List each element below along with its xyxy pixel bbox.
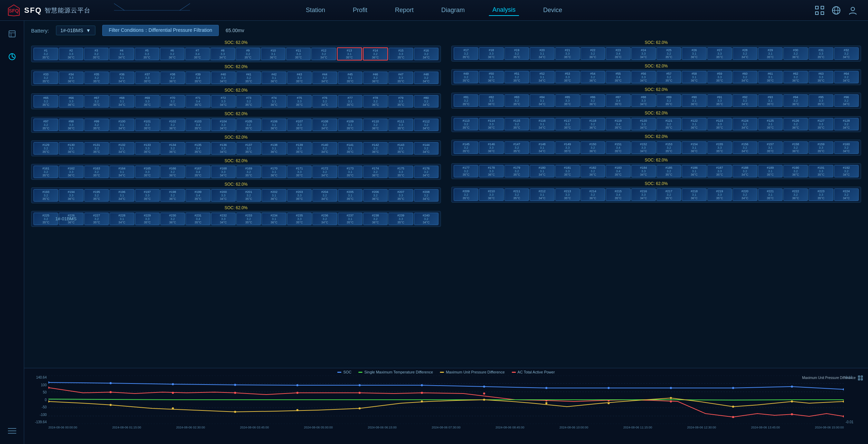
battery-cell[interactable]: #131 3.2 35°C [84, 142, 109, 155]
battery-cell[interactable]: #7 3.4 35°C [185, 48, 210, 60]
nav-profit[interactable]: Profit [349, 5, 371, 16]
battery-cell[interactable]: #166 3.2 36°C [160, 166, 185, 178]
battery-cell[interactable]: #14 3.2 36°C [363, 47, 388, 61]
battery-cell[interactable]: #94 3.2 36°C [783, 94, 808, 107]
battery-cell[interactable]: #82 3.3 36°C [479, 94, 503, 107]
nav-diagram[interactable]: Diagram [438, 5, 468, 16]
battery-cell[interactable]: #108 3.2 34°C [312, 119, 337, 131]
battery-cell[interactable]: #104 3.3 34°C [211, 119, 236, 131]
battery-cell[interactable]: #34 3.3 36°C [59, 72, 83, 84]
battery-cell[interactable]: #149 3.3 35°C [555, 141, 580, 154]
battery-cell[interactable]: #86 3.2 36°C [581, 94, 605, 107]
battery-cell[interactable]: #193 3.2 35°C [34, 189, 58, 202]
battery-cell[interactable]: #164 3.1 34°C [110, 166, 134, 178]
battery-cell[interactable]: #182 3.2 36°C [581, 165, 605, 177]
battery-cell[interactable]: #218 3.1 36°C [682, 188, 706, 201]
battery-cell[interactable]: #236 3.2 34°C [312, 213, 337, 225]
battery-cell[interactable]: #139 3.3 35°C [287, 142, 312, 155]
battery-cell[interactable]: #24 3.3 34°C [631, 47, 656, 60]
battery-cell[interactable]: #45 3.1 35°C [338, 72, 362, 84]
battery-cell[interactable]: #157 3.1 35°C [758, 141, 783, 154]
battery-cell[interactable]: #124 3.2 34°C [733, 118, 757, 130]
battery-cell[interactable]: #177 3.2 35°C [454, 165, 478, 177]
battery-cell[interactable]: #215 3.4 35°C [606, 188, 630, 201]
filter-button[interactable]: Filter Conditions：Differential Pressure … [102, 25, 219, 36]
battery-cell[interactable]: #41 3.2 35°C [236, 72, 261, 84]
battery-cell[interactable]: #203 3.3 35°C [287, 189, 312, 202]
battery-cell[interactable]: #181 3.3 35°C [555, 165, 580, 177]
battery-cell[interactable]: #183 3.4 35°C [606, 165, 630, 177]
battery-cell[interactable]: #105 3.2 35°C [236, 119, 261, 131]
battery-cell[interactable]: #144 3.2 34°C [414, 142, 438, 155]
battery-cell[interactable]: #49 3.2 35°C [454, 71, 478, 83]
battery-cell[interactable]: #228 3.1 34°C [110, 213, 134, 225]
battery-cell[interactable]: #52 3.1 34°C [530, 71, 554, 83]
battery-cell[interactable]: #180 3.1 34°C [530, 165, 554, 177]
battery-cell[interactable]: #8 3.3 34°C [210, 48, 235, 60]
battery-cell[interactable]: #237 3.1 35°C [338, 213, 362, 225]
battery-cell[interactable]: #9 3.2 35°C [236, 48, 260, 60]
battery-cell[interactable]: #186 3.1 36°C [682, 165, 706, 177]
battery-cell[interactable]: #174 3.2 36°C [363, 166, 388, 178]
battery-cell[interactable]: #175 3.3 35°C [388, 166, 413, 178]
battery-cell[interactable]: #239 3.3 35°C [388, 213, 413, 225]
battery-cell[interactable]: #13 3.1 35°C [337, 47, 362, 61]
battery-cell[interactable]: #102 3.2 36°C [160, 119, 185, 131]
battery-cell[interactable]: #72 3.3 34°C [211, 95, 236, 108]
battery-cell[interactable]: #213 3.3 35°C [555, 188, 580, 201]
battery-cell[interactable]: #74 3.1 36°C [262, 95, 286, 108]
battery-cell[interactable]: #120 3.3 34°C [631, 118, 656, 130]
battery-cell[interactable]: #76 3.2 34°C [312, 95, 337, 108]
battery-cell[interactable]: #118 3.2 36°C [581, 118, 605, 130]
battery-cell[interactable]: #152 3.3 34°C [631, 141, 656, 154]
battery-cell[interactable]: #48 3.2 34°C [414, 72, 438, 84]
battery-cell[interactable]: #115 3.2 35°C [504, 118, 529, 130]
battery-cell[interactable]: #140 3.2 34°C [312, 142, 337, 155]
battery-cell[interactable]: #235 3.3 35°C [287, 213, 312, 225]
sidebar-home[interactable] [6, 28, 18, 40]
battery-cell[interactable]: #205 3.1 35°C [338, 189, 362, 202]
battery-cell[interactable]: #125 3.1 35°C [758, 118, 783, 130]
battery-cell[interactable]: #103 3.4 35°C [186, 119, 210, 131]
globe-icon[interactable] [831, 6, 841, 15]
battery-cell[interactable]: #88 3.3 34°C [631, 94, 656, 107]
battery-cell[interactable]: #206 3.2 36°C [363, 189, 388, 202]
battery-cell[interactable]: #12 3.2 34°C [311, 48, 336, 60]
battery-cell[interactable]: #64 3.2 34°C [834, 71, 859, 83]
battery-cell[interactable]: #55 3.4 35°C [606, 71, 630, 83]
battery-cell[interactable]: #62 3.2 36°C [783, 71, 808, 83]
battery-cell[interactable]: #63 3.3 35°C [809, 71, 833, 83]
battery-cell[interactable]: #210 3.3 36°C [479, 188, 503, 201]
battery-cell[interactable]: #111 3.3 35°C [388, 119, 413, 131]
battery-cell[interactable]: #187 3.3 35°C [707, 165, 732, 177]
fullscreen-icon[interactable] [815, 6, 824, 15]
battery-cell[interactable]: #75 3.3 35°C [287, 95, 312, 108]
battery-cell[interactable]: #25 3.2 35°C [657, 47, 681, 60]
battery-cell[interactable]: #122 3.1 36°C [682, 118, 706, 130]
battery-cell[interactable]: #155 3.3 35°C [707, 141, 732, 154]
battery-cell[interactable]: #67 3.2 35°C [84, 95, 109, 108]
battery-cell[interactable]: #162 3.3 36°C [59, 166, 83, 178]
battery-cell[interactable]: #173 3.1 35°C [338, 166, 362, 178]
battery-cell[interactable]: #227 3.2 35°C [84, 213, 109, 225]
battery-cell[interactable]: #127 3.3 35°C [809, 118, 833, 130]
battery-cell[interactable]: #240 3.2 34°C [414, 213, 438, 225]
battery-cell[interactable]: #83 3.2 35°C [504, 94, 529, 107]
battery-cell[interactable]: #209 3.2 35°C [454, 188, 478, 201]
battery-cell[interactable]: #1 3.2 35°C [34, 48, 58, 60]
battery-cell[interactable]: #96 3.2 34°C [834, 94, 859, 107]
battery-cell[interactable]: #70 3.2 36°C [160, 95, 185, 108]
battery-cell[interactable]: #156 3.2 34°C [733, 141, 757, 154]
nav-station[interactable]: Station [302, 5, 329, 16]
battery-cell[interactable]: #138 3.1 36°C [262, 142, 286, 155]
battery-cell[interactable]: #216 3.3 34°C [631, 188, 656, 201]
battery-cell[interactable]: #178 3.3 36°C [479, 165, 503, 177]
battery-cell[interactable]: #200 3.3 34°C [211, 189, 236, 202]
battery-cell[interactable]: #110 3.2 36°C [363, 119, 388, 131]
battery-cell[interactable]: #46 3.2 36°C [363, 72, 388, 84]
battery-cell[interactable]: #97 3.2 35°C [34, 119, 58, 131]
battery-cell[interactable]: #37 3.3 35°C [135, 72, 160, 84]
battery-cell[interactable]: #59 3.3 35°C [707, 71, 732, 83]
battery-cell[interactable]: #17 3.2 35°C [454, 47, 478, 60]
battery-cell[interactable]: #135 3.4 35°C [186, 142, 210, 155]
